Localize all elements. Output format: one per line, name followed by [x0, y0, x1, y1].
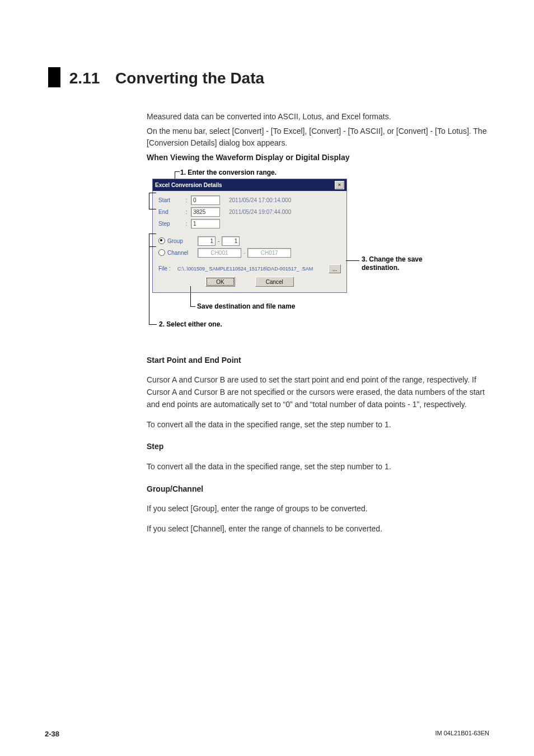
- page-footer: 2-38 IM 04L21B01-63EN: [45, 730, 489, 738]
- groupchannel-heading: Group/Channel: [147, 483, 489, 496]
- intro-p1: Measured data can be converted into ASCI…: [147, 111, 489, 123]
- page-heading: 2.11 Converting the Data: [48, 67, 489, 87]
- close-icon[interactable]: ×: [335, 181, 344, 189]
- dialog-titlebar[interactable]: Excel Conversion Details ×: [153, 179, 346, 191]
- gc-p1: If you select [Group], enter the range o…: [147, 503, 489, 515]
- step-heading: Step: [147, 441, 489, 453]
- channel-from: CH001: [198, 248, 241, 258]
- callout-3: 3. Change the save destination.: [362, 255, 423, 273]
- cancel-button[interactable]: Cancel: [255, 277, 294, 287]
- gc-p2: If you select [Channel], enter the range…: [147, 523, 489, 535]
- when-heading: When Viewing the Waveform Display or Dig…: [147, 152, 489, 164]
- bracket-line: [149, 246, 149, 324]
- group-from-input[interactable]: 1: [198, 236, 216, 246]
- dash-label-disabled: -: [243, 250, 245, 256]
- callout-2: 2. Select either one.: [159, 320, 222, 328]
- startpoint-heading: Start Point and End Point: [147, 354, 489, 367]
- step-label: Step: [158, 221, 182, 227]
- step-input[interactable]: 1: [191, 219, 220, 228]
- group-radio[interactable]: [158, 237, 165, 244]
- heading-block: [48, 67, 60, 87]
- file-path: C:\..\001509_ SAMPLE110524_151718\DAD-00…: [177, 266, 326, 272]
- intro-text: Measured data can be converted into ASCI…: [147, 111, 489, 164]
- end-timestamp: 2011/05/24 19:07:44.000: [229, 209, 291, 215]
- section-title: Converting the Data: [115, 69, 264, 87]
- dash-label: -: [218, 238, 219, 244]
- bracket-line: [190, 286, 191, 296]
- start-input[interactable]: 0: [191, 195, 220, 205]
- bracket-range: [149, 193, 156, 209]
- dialog-title: Excel Conversion Details: [155, 182, 222, 188]
- start-timestamp: 2011/05/24 17:00:14.000: [229, 197, 291, 203]
- section-number: 2.11: [69, 69, 100, 87]
- conversion-dialog: Excel Conversion Details × Start : 0 201…: [152, 179, 347, 293]
- intro-p2: On the menu bar, select [Convert] - [To …: [147, 125, 489, 150]
- end-input[interactable]: 3825: [191, 207, 220, 217]
- doc-id: IM 04L21B01-63EN: [435, 730, 489, 738]
- file-label: File :: [158, 265, 175, 272]
- callout-3a: 3. Change the save: [362, 255, 423, 263]
- group-to-input[interactable]: 1: [222, 236, 240, 246]
- startpoint-p1: Cursor A and Cursor B are used to set th…: [147, 374, 489, 410]
- callout-1: 1. Enter the conversion range.: [180, 169, 277, 176]
- callout-line: [346, 260, 359, 261]
- save-destination-label: Save destination and file name: [197, 302, 295, 310]
- browse-button[interactable]: ...: [329, 264, 341, 273]
- end-label: End: [158, 209, 182, 215]
- bracket-select: [149, 234, 156, 247]
- channel-label: Channel: [167, 250, 195, 256]
- channel-radio[interactable]: [158, 249, 165, 256]
- callout-line: [149, 324, 157, 325]
- bracket-line: [175, 171, 180, 176]
- callout-3b: destination.: [362, 264, 399, 272]
- start-label: Start: [158, 197, 182, 203]
- ok-button[interactable]: OK: [205, 277, 235, 287]
- bracket-line: [190, 296, 195, 307]
- page-number: 2-38: [45, 730, 59, 738]
- step-p: To convert all the data in the specified…: [147, 461, 489, 473]
- group-label: Group: [167, 238, 195, 244]
- channel-to: CH017: [247, 248, 291, 258]
- startpoint-p2: To convert all the data in the specified…: [147, 419, 489, 431]
